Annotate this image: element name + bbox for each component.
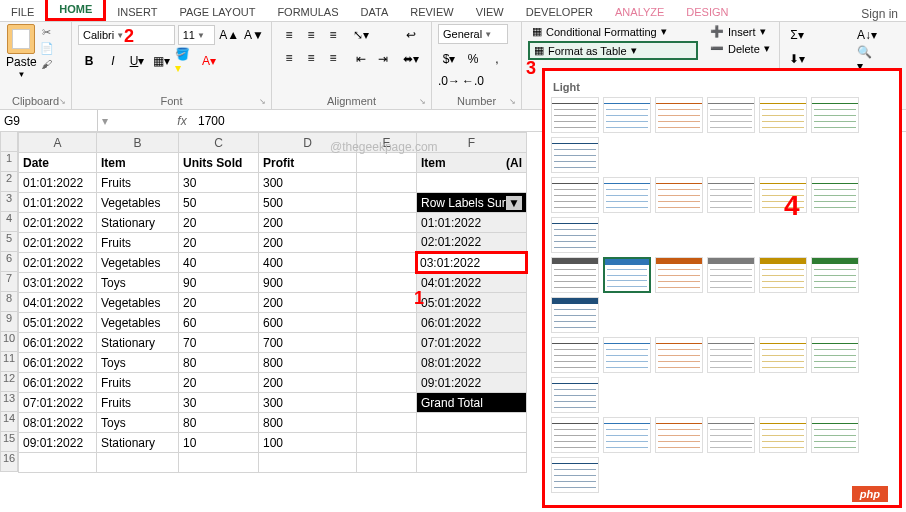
align-left-icon[interactable]: ≡	[278, 47, 300, 69]
clipboard-launcher[interactable]: ↘	[59, 97, 69, 107]
table-style-swatch[interactable]	[707, 257, 755, 293]
tab-file[interactable]: FILE	[0, 3, 45, 21]
cond-format-icon: ▦	[532, 25, 542, 38]
table-style-swatch[interactable]	[551, 97, 599, 133]
table-style-swatch[interactable]	[603, 177, 651, 213]
tab-data[interactable]: DATA	[350, 3, 400, 21]
tab-formulas[interactable]: FORMULAS	[266, 3, 349, 21]
font-launcher[interactable]: ↘	[259, 97, 269, 107]
table-style-swatch[interactable]	[811, 257, 859, 293]
align-center-icon[interactable]: ≡	[300, 47, 322, 69]
paste-button[interactable]: Paste	[6, 55, 37, 69]
align-top-icon[interactable]: ≡	[278, 24, 300, 46]
merge-icon[interactable]: ⬌▾	[400, 48, 422, 70]
underline-button[interactable]: U▾	[126, 50, 148, 72]
table-style-swatch[interactable]	[759, 337, 807, 373]
table-style-swatch[interactable]	[603, 257, 651, 293]
table-style-swatch[interactable]	[759, 417, 807, 453]
table-style-swatch[interactable]	[603, 417, 651, 453]
percent-icon[interactable]: %	[462, 48, 484, 70]
font-color-button[interactable]: A▾	[198, 50, 220, 72]
indent-icon[interactable]: ⇥	[372, 48, 394, 70]
conditional-formatting-button[interactable]: ▦ Conditional Formatting▾	[528, 24, 698, 39]
table-style-swatch[interactable]	[655, 257, 703, 293]
tab-view[interactable]: VIEW	[465, 3, 515, 21]
bold-button[interactable]: B	[78, 50, 100, 72]
fill-icon[interactable]: ⬇▾	[786, 48, 808, 70]
table-style-swatch[interactable]	[551, 377, 599, 413]
outdent-icon[interactable]: ⇤	[350, 48, 372, 70]
cut-icon[interactable]: ✂	[39, 24, 55, 40]
table-style-swatch[interactable]	[551, 417, 599, 453]
delete-cells-button[interactable]: ➖Delete▾	[706, 41, 773, 56]
find-select-icon[interactable]: 🔍▾	[856, 48, 878, 70]
table-style-swatch[interactable]	[707, 337, 755, 373]
table-style-swatch[interactable]	[759, 257, 807, 293]
decrease-font-icon[interactable]: A▼	[243, 24, 265, 46]
orientation-icon[interactable]: ⤡▾	[350, 24, 372, 46]
tab-page-layout[interactable]: PAGE LAYOUT	[168, 3, 266, 21]
border-button[interactable]: ▦▾	[150, 50, 172, 72]
php-badge: php	[852, 486, 888, 502]
tab-home[interactable]: HOME	[45, 0, 106, 21]
comma-icon[interactable]: ,	[486, 48, 508, 70]
sign-in-link[interactable]: Sign in	[861, 7, 898, 21]
table-style-swatch[interactable]	[707, 177, 755, 213]
tab-design[interactable]: DESIGN	[675, 3, 739, 21]
inc-decimal-icon[interactable]: .0→	[438, 70, 460, 92]
painter-icon[interactable]: 🖌	[39, 56, 55, 72]
table-style-swatch[interactable]	[707, 417, 755, 453]
table-style-swatch[interactable]	[811, 97, 859, 133]
table-style-swatch[interactable]	[603, 97, 651, 133]
table-style-swatch[interactable]	[551, 257, 599, 293]
group-alignment: ≡ ≡ ≡ ≡ ≡ ≡ ⤡▾ ⇤ ⇥ ↩ ⬌▾ Alignment ↘	[272, 22, 432, 109]
italic-button[interactable]: I	[102, 50, 124, 72]
table-style-swatch[interactable]	[551, 337, 599, 373]
copy-icon[interactable]: 📄	[39, 40, 55, 56]
table-style-swatch[interactable]	[551, 297, 599, 333]
grid[interactable]: ABCDEF DateItemUnits SoldProfitItem(Al 0…	[18, 132, 528, 473]
ribbon-tabs: FILE HOME INSERT PAGE LAYOUT FORMULAS DA…	[0, 0, 906, 22]
align-launcher[interactable]: ↘	[419, 97, 429, 107]
insert-cells-button[interactable]: ➕Insert▾	[706, 24, 773, 39]
tab-analyze[interactable]: ANALYZE	[604, 3, 675, 21]
dec-decimal-icon[interactable]: ←.0	[462, 70, 484, 92]
font-size-combo[interactable]: 11▼	[178, 25, 216, 45]
align-bot-icon[interactable]: ≡	[322, 24, 344, 46]
table-style-swatch[interactable]	[655, 177, 703, 213]
table-style-swatch[interactable]	[603, 337, 651, 373]
tab-developer[interactable]: DEVELOPER	[515, 3, 604, 21]
table-style-swatch[interactable]	[655, 417, 703, 453]
name-box[interactable]: G9	[0, 110, 98, 131]
sort-filter-icon[interactable]: A↓▾	[856, 24, 878, 46]
align-mid-icon[interactable]: ≡	[300, 24, 322, 46]
wrap-text-icon[interactable]: ↩	[400, 24, 422, 46]
row-headers[interactable]: 12345678910111213141516	[0, 132, 18, 473]
table-style-swatch[interactable]	[551, 177, 599, 213]
number-format-combo[interactable]: General▼	[438, 24, 508, 44]
paste-icon[interactable]	[7, 24, 35, 54]
table-style-swatch[interactable]	[811, 417, 859, 453]
table-style-swatch[interactable]	[811, 337, 859, 373]
annotation-4: 4	[784, 190, 800, 222]
namebox-dd-icon[interactable]: ▾	[98, 114, 112, 128]
tab-insert[interactable]: INSERT	[106, 3, 168, 21]
tab-review[interactable]: REVIEW	[399, 3, 464, 21]
accounting-icon[interactable]: $▾	[438, 48, 460, 70]
format-as-table-button[interactable]: ▦ Format as Table▾	[528, 41, 698, 60]
table-icon: ▦	[534, 44, 544, 57]
table-style-swatch[interactable]	[551, 217, 599, 253]
fill-color-button[interactable]: 🪣▾	[174, 50, 196, 72]
table-style-swatch[interactable]	[655, 337, 703, 373]
number-launcher[interactable]: ↘	[509, 97, 519, 107]
align-right-icon[interactable]: ≡	[322, 47, 344, 69]
table-style-swatch[interactable]	[655, 97, 703, 133]
increase-font-icon[interactable]: A▲	[218, 24, 240, 46]
table-style-swatch[interactable]	[759, 97, 807, 133]
table-style-swatch[interactable]	[811, 177, 859, 213]
fx-icon[interactable]: fx	[172, 114, 192, 128]
table-style-swatch[interactable]	[551, 457, 599, 493]
table-style-swatch[interactable]	[551, 137, 599, 173]
table-style-swatch[interactable]	[707, 97, 755, 133]
autosum-icon[interactable]: Σ▾	[786, 24, 808, 46]
